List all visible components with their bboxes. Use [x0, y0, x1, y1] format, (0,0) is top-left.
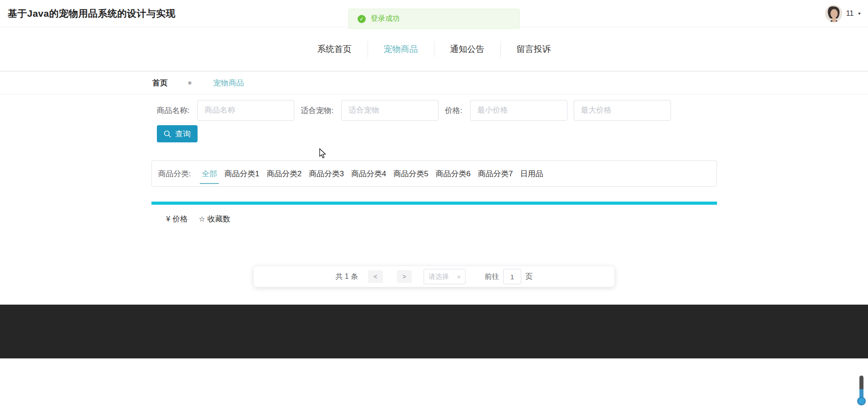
page-suffix-label: 页: [525, 272, 533, 282]
category-option-2[interactable]: 商品分类2: [267, 169, 302, 179]
category-filter: 商品分类: 全部 商品分类1 商品分类2 商品分类3 商品分类4 商品分类5 商…: [151, 160, 717, 187]
page-size-placeholder: 请选择: [429, 273, 449, 281]
page-number-input[interactable]: [503, 269, 521, 284]
main-content: 商品名称: 适合宠物: 价格: 查询 商品分类: 全部 商品分类1 商品分类2 …: [151, 100, 717, 305]
thermometer-widget[interactable]: [856, 376, 866, 405]
toast-success: ✓ 登录成功: [348, 9, 520, 29]
category-option-6[interactable]: 商品分类6: [436, 169, 471, 179]
breadcrumb-current: 宠物商品: [213, 78, 244, 88]
search-form: 商品名称: 适合宠物: 价格:: [151, 100, 717, 121]
yen-icon: ¥: [166, 215, 170, 223]
search-icon: [164, 130, 171, 138]
sort-bar: ¥ 价格 ☆ 收藏数: [151, 214, 717, 224]
star-icon: ☆: [198, 215, 205, 223]
price-label: 价格:: [445, 105, 462, 116]
category-option-1[interactable]: 商品分类1: [224, 169, 259, 179]
category-option-5[interactable]: 商品分类5: [393, 169, 428, 179]
category-option-3[interactable]: 商品分类3: [309, 169, 344, 179]
user-badge: 11: [846, 9, 854, 18]
suitable-pet-label: 适合宠物:: [301, 105, 334, 116]
suitable-pet-input[interactable]: [341, 100, 439, 121]
goto-label: 前往: [485, 272, 499, 282]
category-option-4[interactable]: 商品分类4: [351, 169, 386, 179]
user-menu[interactable]: 11 ▼: [825, 0, 862, 27]
sort-price-label: 价格: [172, 214, 188, 224]
sort-by-price[interactable]: ¥ 价格: [166, 214, 188, 224]
category-option-all[interactable]: 全部: [202, 169, 217, 179]
user-avatar[interactable]: [825, 5, 842, 22]
nav-item-complaints[interactable]: 留言投诉: [501, 43, 567, 55]
category-option-daily[interactable]: 日用品: [520, 169, 543, 179]
query-button-label: 查询: [175, 129, 191, 139]
next-page-button[interactable]: >: [397, 270, 412, 283]
divider-bar: [151, 202, 717, 205]
page-size-select[interactable]: 请选择 ∨: [424, 269, 466, 284]
product-name-input[interactable]: [197, 100, 294, 121]
nav-item-system-home[interactable]: 系统首页: [302, 43, 368, 55]
chevron-down-icon: ∨: [457, 274, 461, 280]
nav-item-pet-products[interactable]: 宠物商品: [368, 43, 434, 55]
category-option-7[interactable]: 商品分类7: [478, 169, 513, 179]
breadcrumb: 首页 ≡ 宠物商品: [0, 71, 868, 94]
avatar-image: [825, 5, 842, 22]
chevron-down-icon[interactable]: ▼: [857, 11, 862, 15]
footer-bar: [0, 305, 868, 358]
breadcrumb-separator-icon: ≡: [188, 80, 192, 86]
min-price-input[interactable]: [470, 100, 567, 121]
page: 基于Java的宠物用品系统的设计与实现 11 ▼ ✓ 登录成功 系统首页 宠物商…: [0, 0, 868, 414]
max-price-input[interactable]: [574, 100, 671, 121]
breadcrumb-home[interactable]: 首页: [152, 78, 168, 88]
sort-favorites-label: 收藏数: [208, 214, 231, 224]
page-title: 基于Java的宠物用品系统的设计与实现: [8, 0, 175, 27]
sort-by-favorites[interactable]: ☆ 收藏数: [198, 214, 230, 224]
pagination: 共 1 条 < > 请选择 ∨ 前往 页: [254, 266, 614, 287]
prev-page-button[interactable]: <: [368, 270, 383, 283]
product-name-label: 商品名称:: [157, 105, 190, 116]
thermometer-stem: [859, 376, 863, 398]
query-button[interactable]: 查询: [157, 125, 198, 142]
nav-item-announcements[interactable]: 通知公告: [434, 43, 500, 55]
thermometer-bulb: [857, 397, 866, 405]
main-nav: 系统首页 宠物商品 通知公告 留言投诉: [0, 27, 868, 71]
success-icon: ✓: [358, 15, 366, 23]
pagination-total: 共 1 条: [335, 272, 358, 282]
category-label: 商品分类:: [158, 169, 191, 179]
toast-message: 登录成功: [371, 14, 400, 24]
